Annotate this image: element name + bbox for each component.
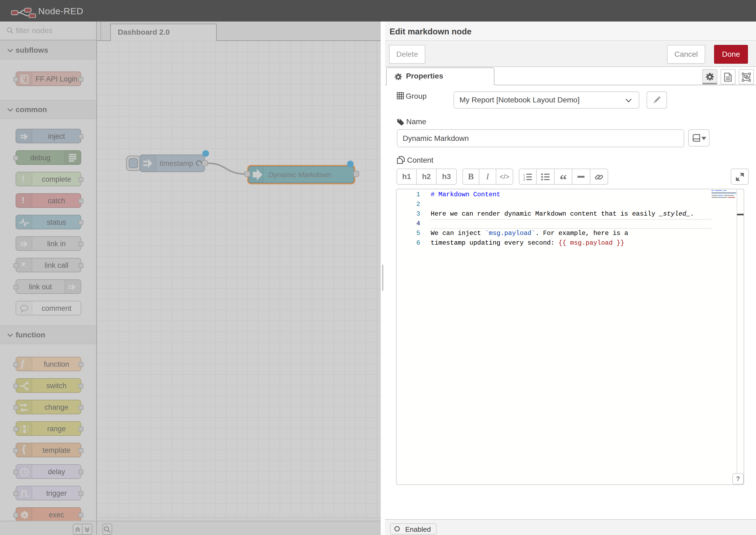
svg-text:1: 1	[523, 173, 525, 176]
svg-text:3: 3	[523, 179, 525, 181]
